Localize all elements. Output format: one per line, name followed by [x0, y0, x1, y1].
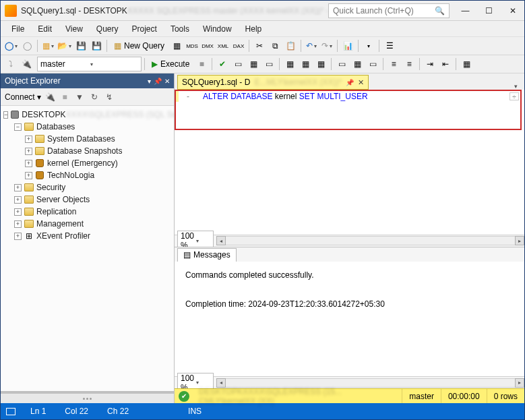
tree-replication[interactable]: + Replication: [2, 206, 173, 218]
expand-icon[interactable]: +: [25, 160, 32, 167]
cut-button[interactable]: ✂: [252, 38, 267, 53]
tab-overflow-icon[interactable]: ▾: [510, 83, 522, 90]
tree-database-snapshots[interactable]: + Database Snapshots: [2, 145, 173, 157]
minimize-button[interactable]: —: [454, 1, 477, 21]
tree-server-objects[interactable]: + Server Objects: [2, 193, 173, 206]
refresh-icon[interactable]: ↻: [88, 91, 100, 103]
dax-icon[interactable]: DAX: [231, 38, 246, 53]
expand-icon[interactable]: +: [14, 233, 22, 240]
object-tree[interactable]: − DESKTOPKXXXX\SQLEXPRESS (SQL Ser... − …: [1, 106, 174, 391]
tree-system-databases[interactable]: + System Databases: [2, 133, 173, 145]
expand-icon[interactable]: +: [14, 208, 22, 216]
filter-icon[interactable]: ▼: [73, 91, 86, 103]
disconnect-icon[interactable]: 🔌: [44, 91, 56, 103]
menu-project[interactable]: Project: [125, 23, 164, 35]
sql-editor[interactable]: ÷ - ALTER DATABASE kernel SET MULTI_USER: [176, 91, 520, 102]
document-tab[interactable]: SQLQuery1.sql - DE...MLY\kernelXX (XX))*…: [177, 75, 369, 90]
dmx-icon[interactable]: DMX: [200, 38, 215, 53]
query-options-icon[interactable]: ▦: [246, 57, 261, 71]
tree-security[interactable]: + Security: [2, 181, 173, 193]
close-tab-icon[interactable]: ✕: [358, 78, 364, 87]
menu-tools[interactable]: Tools: [164, 23, 196, 35]
maximize-button[interactable]: ☐: [477, 1, 501, 21]
save-button[interactable]: 💾: [73, 38, 88, 53]
horizontal-scrollbar[interactable]: ◂ ▸: [216, 378, 524, 388]
results-to-text-icon[interactable]: ▭: [334, 57, 349, 71]
results-to-grid-icon[interactable]: ▦: [350, 57, 365, 71]
connection-icon[interactable]: 🔌: [19, 57, 34, 71]
comment-icon[interactable]: ≡: [386, 57, 401, 71]
nav-forward-button[interactable]: ◯: [20, 38, 34, 53]
mdx-icon[interactable]: MDS: [185, 38, 199, 53]
menu-file[interactable]: File: [5, 23, 31, 35]
undo-button[interactable]: ↶▾: [304, 38, 319, 53]
scroll-left-icon[interactable]: ◂: [216, 236, 226, 245]
messages-pane[interactable]: Commands completed successfully. Complet…: [175, 262, 524, 377]
expand-icon[interactable]: +: [25, 172, 32, 179]
expand-icon[interactable]: +: [25, 136, 32, 143]
tree-db-kernel[interactable]: + kernel (Emergency): [2, 157, 173, 169]
messages-tab[interactable]: ▤ Messages: [177, 248, 237, 262]
quick-launch-input[interactable]: [333, 6, 435, 16]
tree-db-technologia[interactable]: + TechNoLogia: [2, 169, 173, 181]
new-project-button[interactable]: ▦▾: [40, 38, 55, 53]
open-file-button[interactable]: 📂▾: [56, 38, 73, 53]
expand-icon[interactable]: +: [14, 220, 22, 228]
tree-databases[interactable]: − Databases: [2, 121, 173, 133]
panel-dropdown-icon[interactable]: ▾: [148, 78, 151, 85]
panel-close-icon[interactable]: ✕: [164, 78, 170, 85]
panel-grip[interactable]: [1, 394, 174, 403]
connect-label[interactable]: Connect ▾: [5, 92, 41, 102]
menu-help[interactable]: Help: [239, 23, 269, 35]
nav-back-button[interactable]: ◯▾: [3, 38, 19, 53]
intellisense-icon[interactable]: ▭: [261, 57, 276, 71]
estimated-plan-icon[interactable]: ▭: [230, 57, 245, 71]
panel-pin-icon[interactable]: 📌: [154, 78, 162, 85]
activity-monitor-icon[interactable]: 📊: [340, 38, 355, 53]
horizontal-scrollbar[interactable]: ◂ ▸: [216, 236, 524, 245]
execute-button[interactable]: ▶Execute: [148, 57, 193, 71]
live-stats-icon[interactable]: ▦: [298, 57, 313, 71]
stop-button[interactable]: ■: [194, 57, 209, 71]
expand-icon[interactable]: +: [14, 196, 22, 204]
outdent-icon[interactable]: ⇤: [438, 57, 453, 71]
actual-plan-icon[interactable]: ▦: [282, 57, 297, 71]
results-to-file-icon[interactable]: ▭: [365, 57, 380, 71]
new-query-button[interactable]: ▦New Query: [110, 38, 168, 53]
close-button[interactable]: ✕: [501, 1, 524, 21]
scroll-right-icon[interactable]: ▸: [515, 378, 524, 388]
menu-window[interactable]: Window: [196, 23, 239, 35]
database-selector[interactable]: master▾: [37, 57, 142, 71]
change-connection-icon[interactable]: ⤵: [3, 57, 18, 71]
uncomment-icon[interactable]: ≡: [402, 57, 416, 71]
indent-icon[interactable]: ⇥: [423, 57, 437, 71]
parse-button[interactable]: ✔: [215, 57, 230, 71]
save-all-button[interactable]: 💾: [89, 38, 104, 53]
sync-icon[interactable]: ↯: [103, 91, 115, 103]
registered-servers-icon[interactable]: ☰: [382, 38, 397, 53]
collapse-icon[interactable]: −: [3, 111, 8, 119]
redo-button[interactable]: ↷▾: [319, 38, 334, 53]
specify-values-icon[interactable]: ▦: [459, 57, 474, 71]
stop-icon[interactable]: ■: [59, 91, 71, 103]
copy-button[interactable]: ⧉: [268, 38, 282, 53]
tree-management[interactable]: + Management: [2, 218, 173, 230]
paste-button[interactable]: 📋: [283, 38, 298, 53]
db-engine-query-icon[interactable]: ▦: [169, 38, 184, 53]
collapse-icon[interactable]: −: [14, 123, 22, 131]
scroll-left-icon[interactable]: ◂: [216, 378, 226, 388]
toolbar-overflow[interactable]: ▾: [361, 38, 376, 53]
menu-view[interactable]: View: [59, 23, 90, 35]
tree-xevent-profiler[interactable]: + ⊞ XEvent Profiler: [2, 230, 173, 242]
menu-edit[interactable]: Edit: [31, 23, 59, 35]
split-icon[interactable]: ÷: [509, 92, 519, 100]
scroll-right-icon[interactable]: ▸: [515, 236, 524, 245]
menu-query[interactable]: Query: [90, 23, 125, 35]
quick-launch[interactable]: 🔍: [328, 3, 450, 18]
expand-icon[interactable]: +: [14, 184, 22, 191]
tree-server[interactable]: − DESKTOPKXXXX\SQLEXPRESS (SQL Ser...: [2, 109, 173, 121]
pin-tab-icon[interactable]: 📌: [346, 79, 354, 86]
expand-icon[interactable]: +: [25, 148, 32, 155]
xmla-icon[interactable]: XML: [216, 38, 230, 53]
client-stats-icon[interactable]: ▦: [313, 57, 328, 71]
